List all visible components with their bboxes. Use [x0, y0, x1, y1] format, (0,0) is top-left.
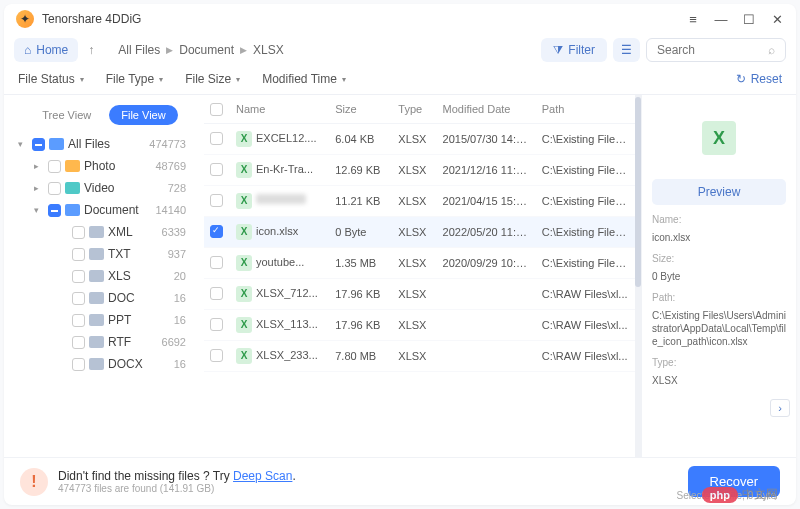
search-box[interactable]: ⌕: [646, 38, 786, 62]
col-modified[interactable]: Modified Date: [437, 95, 536, 123]
tree-count: 16: [174, 358, 190, 370]
watermark-text: 中文网: [742, 486, 778, 503]
meta-type-label: Type:: [652, 357, 786, 368]
select-all-checkbox[interactable]: [210, 103, 223, 116]
table-row[interactable]: X11.21 KBXLSX2021/04/15 15:07:20C:\Exist…: [204, 185, 635, 216]
tree-checkbox[interactable]: [48, 160, 61, 173]
folder-icon: [89, 336, 104, 348]
meta-type-value: XLSX: [652, 374, 786, 387]
tree-count: 937: [168, 248, 190, 260]
tree-item-video[interactable]: ▸Video728: [4, 177, 200, 199]
search-input[interactable]: [657, 43, 762, 57]
row-checkbox[interactable]: [210, 349, 223, 362]
table-row[interactable]: XEXCEL12....6.04 KBXLSX2015/07/30 14:24:…: [204, 123, 635, 154]
meta-name-label: Name:: [652, 214, 786, 225]
xlsx-badge-icon: X: [236, 193, 252, 209]
tree-checkbox[interactable]: [48, 204, 61, 217]
filter-button[interactable]: ⧩ Filter: [541, 38, 607, 62]
tree-label: RTF: [108, 335, 158, 349]
preview-button[interactable]: Preview: [652, 179, 786, 205]
table-row[interactable]: Xicon.xlsx0 ByteXLSX2022/05/20 11:36:09C…: [204, 216, 635, 247]
tree-item-doc[interactable]: DOC16: [4, 287, 200, 309]
expand-arrow-icon[interactable]: ▸: [34, 161, 44, 171]
table-row[interactable]: XXLSX_233...7.80 MBXLSXC:\RAW Files\xl..…: [204, 340, 635, 371]
col-type[interactable]: Type: [392, 95, 436, 123]
next-page-button[interactable]: ›: [770, 399, 790, 417]
close-icon[interactable]: ✕: [770, 12, 784, 26]
expand-arrow-icon[interactable]: ▾: [34, 205, 44, 215]
tree-count: 474773: [149, 138, 190, 150]
col-name[interactable]: Name: [230, 95, 329, 123]
col-path[interactable]: Path: [536, 95, 635, 123]
maximize-icon[interactable]: ☐: [742, 12, 756, 26]
reset-icon: ↻: [736, 72, 746, 86]
cell-type: XLSX: [392, 185, 436, 216]
file-table: Name Size Type Modified Date Path XEXCEL…: [204, 95, 635, 457]
home-button[interactable]: ⌂ Home: [14, 38, 78, 62]
row-checkbox[interactable]: [210, 163, 223, 176]
tree-item-xml[interactable]: XML6339: [4, 221, 200, 243]
tree-checkbox[interactable]: [32, 138, 45, 151]
minimize-icon[interactable]: —: [714, 12, 728, 26]
xlsx-badge-icon: X: [236, 224, 252, 240]
cell-size: 17.96 KB: [329, 278, 392, 309]
tree-item-docx[interactable]: DOCX16: [4, 353, 200, 375]
breadcrumb-item[interactable]: XLSX: [253, 43, 284, 57]
row-checkbox[interactable]: [210, 256, 223, 269]
deep-scan-link[interactable]: Deep Scan: [233, 469, 292, 483]
expand-arrow-icon[interactable]: ▸: [34, 183, 44, 193]
expand-arrow-icon[interactable]: ▾: [18, 139, 28, 149]
search-icon[interactable]: ⌕: [768, 43, 775, 57]
row-checkbox[interactable]: [210, 132, 223, 145]
cell-path: C:\Existing Files...: [536, 185, 635, 216]
reset-button[interactable]: ↻Reset: [736, 72, 782, 86]
cell-path: C:\RAW Files\xl...: [536, 309, 635, 340]
file-type-filter[interactable]: File Type▾: [106, 72, 163, 86]
breadcrumb-item[interactable]: Document: [179, 43, 234, 57]
tree-item-photo[interactable]: ▸Photo48769: [4, 155, 200, 177]
breadcrumb-item[interactable]: All Files: [118, 43, 160, 57]
tree-item-txt[interactable]: TXT937: [4, 243, 200, 265]
folder-icon: [89, 358, 104, 370]
list-view-toggle[interactable]: ☰: [613, 38, 640, 62]
cell-size: 7.80 MB: [329, 340, 392, 371]
cell-modified: 2022/05/20 11:36:09: [437, 216, 536, 247]
table-row[interactable]: XEn-Kr-Tra...12.69 KBXLSX2021/12/16 11:4…: [204, 154, 635, 185]
tree-label: Photo: [84, 159, 151, 173]
table-row[interactable]: XXLSX_113...17.96 KBXLSXC:\RAW Files\xl.…: [204, 309, 635, 340]
file-size-filter[interactable]: File Size▾: [185, 72, 240, 86]
tab-file-view[interactable]: File View: [109, 105, 177, 125]
tree-item-ppt[interactable]: PPT16: [4, 309, 200, 331]
tree-item-xls[interactable]: XLS20: [4, 265, 200, 287]
tree-count: 16: [174, 292, 190, 304]
up-arrow-icon[interactable]: ↑: [84, 39, 98, 61]
tree-checkbox[interactable]: [72, 292, 85, 305]
meta-path-label: Path:: [652, 292, 786, 303]
cell-type: XLSX: [392, 309, 436, 340]
tree-checkbox[interactable]: [72, 226, 85, 239]
tree-checkbox[interactable]: [48, 182, 61, 195]
row-checkbox[interactable]: [210, 194, 223, 207]
tree-checkbox[interactable]: [72, 358, 85, 371]
tree-item-rtf[interactable]: RTF6692: [4, 331, 200, 353]
table-row[interactable]: Xyoutube...1.35 MBXLSX2020/09/29 10:55:0…: [204, 247, 635, 278]
tree-checkbox[interactable]: [72, 336, 85, 349]
tree-item-document[interactable]: ▾Document14140: [4, 199, 200, 221]
tree-checkbox[interactable]: [72, 270, 85, 283]
modified-time-filter[interactable]: Modified Time▾: [262, 72, 346, 86]
cell-name: XEXCEL12....: [230, 123, 329, 154]
col-size[interactable]: Size: [329, 95, 392, 123]
cell-size: 6.04 KB: [329, 123, 392, 154]
table-row[interactable]: XXLSX_712...17.96 KBXLSXC:\RAW Files\xl.…: [204, 278, 635, 309]
menu-icon[interactable]: ≡: [686, 12, 700, 26]
cell-name: XEn-Kr-Tra...: [230, 154, 329, 185]
file-status-filter[interactable]: File Status▾: [18, 72, 84, 86]
row-checkbox[interactable]: [210, 318, 223, 331]
row-checkbox[interactable]: [210, 287, 223, 300]
tree-label: DOC: [108, 291, 170, 305]
tree-checkbox[interactable]: [72, 248, 85, 261]
row-checkbox[interactable]: [210, 225, 223, 238]
tree-item-all-files[interactable]: ▾All Files474773: [4, 133, 200, 155]
tab-tree-view[interactable]: Tree View: [30, 105, 103, 125]
tree-checkbox[interactable]: [72, 314, 85, 327]
